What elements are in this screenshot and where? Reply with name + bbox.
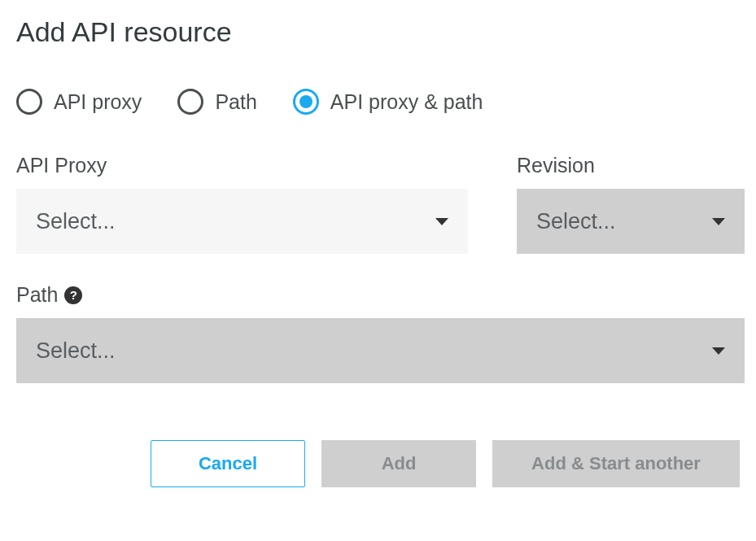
radio-icon-selected	[293, 89, 319, 115]
chevron-down-icon	[712, 218, 725, 225]
api-proxy-label: API Proxy	[16, 154, 468, 177]
select-placeholder: Select...	[36, 209, 116, 234]
api-proxy-field: API Proxy Select...	[16, 154, 468, 254]
radio-icon	[16, 89, 42, 115]
chevron-down-icon	[435, 218, 448, 225]
resource-type-radio-group: API proxy Path API proxy & path	[16, 89, 740, 115]
radio-api-proxy-and-path[interactable]: API proxy & path	[293, 89, 483, 115]
page-title: Add API resource	[16, 16, 740, 48]
path-select[interactable]: Select...	[16, 318, 745, 383]
radio-icon	[177, 89, 203, 115]
select-placeholder: Select...	[536, 209, 616, 234]
cancel-button[interactable]: Cancel	[151, 440, 305, 487]
add-button[interactable]: Add	[321, 440, 476, 487]
radio-path[interactable]: Path	[177, 89, 256, 115]
radio-label: Path	[215, 90, 256, 114]
radio-label: API proxy & path	[330, 90, 483, 114]
radio-api-proxy[interactable]: API proxy	[16, 89, 142, 115]
path-label: Path	[16, 283, 58, 307]
revision-label: Revision	[517, 154, 745, 177]
radio-label: API proxy	[54, 90, 142, 114]
add-and-start-another-button[interactable]: Add & Start another	[492, 440, 740, 487]
help-icon[interactable]: ?	[64, 286, 82, 304]
revision-field: Revision Select...	[517, 154, 745, 254]
chevron-down-icon	[712, 347, 725, 355]
action-buttons: Cancel Add Add & Start another	[151, 440, 740, 487]
api-proxy-select[interactable]: Select...	[16, 189, 468, 254]
path-label-row: Path ?	[16, 283, 745, 307]
revision-select[interactable]: Select...	[517, 189, 745, 254]
select-placeholder: Select...	[36, 338, 116, 364]
path-field: Path ? Select...	[16, 283, 745, 383]
